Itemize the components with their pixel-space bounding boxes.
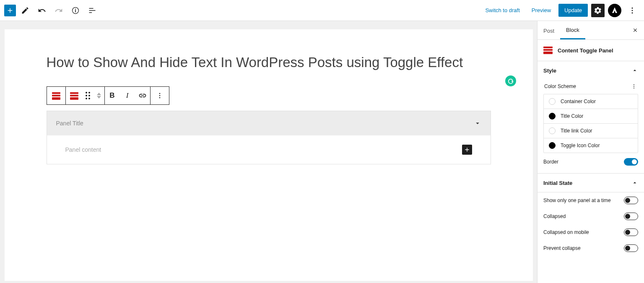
title-link-color-item[interactable]: Title link Color	[544, 124, 638, 138]
block-header: Content Toggle Panel	[538, 40, 644, 61]
content-toggle-panel-block[interactable]: Panel Title Panel content	[47, 111, 491, 164]
tab-block[interactable]: Block	[560, 21, 585, 39]
info-button[interactable]	[68, 3, 83, 18]
content-toggle-icon	[52, 92, 60, 99]
chevron-up-icon	[631, 67, 638, 74]
italic-button[interactable]: I	[120, 87, 135, 104]
single-panel-row: Show only one panel at a time	[538, 192, 644, 208]
color-swatch	[549, 142, 556, 149]
add-block-button[interactable]	[4, 5, 16, 16]
collapsed-row: Collapsed	[538, 208, 644, 224]
panel-header[interactable]: Panel Title	[47, 111, 491, 135]
color-list: Container Color Title Color Title link C…	[543, 94, 638, 153]
undo-button[interactable]	[34, 3, 49, 18]
drag-handle[interactable]	[83, 87, 93, 104]
svg-point-7	[634, 84, 634, 85]
sidebar-tabs: Post Block	[538, 21, 644, 40]
title-color-item[interactable]: Title Color	[544, 109, 638, 124]
prevent-collapse-row: Prevent collapse	[538, 240, 644, 256]
close-icon	[632, 27, 638, 33]
color-label: Title link Color	[561, 128, 592, 134]
kebab-icon	[628, 6, 636, 15]
collapsed-mobile-label: Collapsed on mobile	[543, 229, 589, 235]
post-title[interactable]: How to Show And Hide Text In WordPress P…	[47, 55, 491, 70]
panel-content-input[interactable]: Panel content	[65, 146, 101, 153]
collapsed-mobile-row: Collapsed on mobile	[538, 224, 644, 240]
block-toolbar: B I	[47, 86, 169, 105]
plus-icon	[6, 7, 14, 14]
parent-block-button[interactable]	[47, 87, 65, 104]
plus-icon	[464, 146, 470, 153]
svg-point-2	[632, 10, 633, 11]
topbar-left	[4, 3, 100, 18]
move-buttons[interactable]	[93, 87, 104, 104]
tab-post[interactable]: Post	[538, 22, 560, 39]
astra-icon	[611, 7, 618, 14]
editor-canvas: How to Show And Hide Text In WordPress P…	[0, 21, 537, 283]
color-swatch	[549, 127, 556, 134]
grammarly-icon	[507, 78, 514, 84]
kebab-icon	[156, 91, 164, 100]
panel-body[interactable]: Panel content	[47, 135, 491, 164]
prevent-collapse-toggle[interactable]	[624, 244, 638, 252]
color-label: Title Color	[561, 113, 583, 119]
redo-icon	[55, 6, 63, 15]
preview-button[interactable]: Preview	[527, 5, 555, 16]
color-label: Container Color	[561, 99, 596, 104]
svg-point-6	[159, 97, 160, 99]
initial-state-toggle[interactable]: Initial State	[538, 174, 644, 192]
color-swatch	[549, 98, 556, 105]
close-sidebar-button[interactable]	[626, 27, 644, 33]
toggle-icon-color-item[interactable]: Toggle Icon Color	[544, 138, 638, 153]
update-button[interactable]: Update	[558, 4, 588, 17]
outline-button[interactable]	[85, 3, 100, 18]
style-panel-toggle[interactable]: Style	[538, 61, 644, 80]
pencil-icon	[21, 6, 29, 15]
border-toggle[interactable]	[624, 158, 638, 166]
block-type-button[interactable]	[66, 87, 83, 104]
editor-topbar: Switch to draft Preview Update	[0, 0, 644, 21]
bold-button[interactable]: B	[105, 87, 120, 104]
prevent-collapse-label: Prevent collapse	[543, 245, 581, 251]
kebab-icon[interactable]	[631, 83, 637, 90]
link-button[interactable]	[135, 87, 150, 104]
edit-mode-button[interactable]	[18, 3, 33, 18]
svg-point-1	[632, 7, 633, 8]
single-panel-toggle[interactable]	[624, 197, 638, 204]
italic-icon: I	[126, 91, 129, 100]
redo-button[interactable]	[51, 3, 66, 18]
add-inner-block-button[interactable]	[462, 145, 472, 155]
post: How to Show And Hide Text In WordPress P…	[5, 29, 533, 281]
content-toggle-icon	[70, 92, 78, 99]
topbar-right: Switch to draft Preview Update	[481, 3, 640, 18]
border-label: Border	[543, 159, 558, 165]
drag-icon	[86, 92, 90, 99]
svg-point-4	[159, 93, 160, 94]
undo-icon	[38, 6, 46, 15]
chevron-down-icon[interactable]	[474, 119, 481, 127]
svg-point-9	[634, 88, 634, 88]
svg-point-5	[159, 95, 160, 96]
settings-button[interactable]	[591, 4, 605, 17]
bold-icon: B	[109, 91, 114, 100]
gear-icon	[594, 6, 602, 15]
grammarly-badge[interactable]	[505, 75, 516, 86]
collapsed-label: Collapsed	[543, 213, 566, 219]
switch-to-draft-button[interactable]: Switch to draft	[481, 5, 524, 16]
info-icon	[71, 6, 80, 15]
panel-title-input[interactable]: Panel Title	[56, 120, 83, 127]
container-color-item[interactable]: Container Color	[544, 94, 638, 109]
link-icon	[138, 91, 147, 100]
single-panel-label: Show only one panel at a time	[543, 197, 611, 203]
block-more-button[interactable]	[151, 87, 169, 104]
svg-point-8	[634, 86, 634, 87]
collapsed-mobile-toggle[interactable]	[624, 228, 638, 236]
initial-state-panel: Initial State	[538, 174, 644, 192]
settings-sidebar: Post Block Content Toggle Panel Style Co…	[537, 21, 644, 283]
more-options-button[interactable]	[625, 3, 640, 18]
svg-point-3	[632, 12, 633, 13]
astra-logo-button[interactable]	[608, 4, 621, 17]
list-icon	[88, 6, 96, 15]
collapsed-toggle[interactable]	[624, 213, 638, 220]
up-down-icon	[97, 93, 101, 99]
